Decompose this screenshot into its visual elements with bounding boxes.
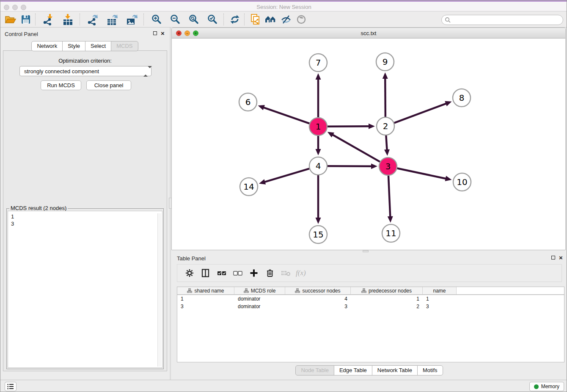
- table-row[interactable]: 3 dominator 3 2 3: [177, 304, 564, 310]
- mcds-result-item[interactable]: 1: [11, 213, 162, 220]
- open-session-icon[interactable]: [3, 13, 18, 26]
- function-builder-icon: f(x): [296, 269, 306, 277]
- graph-edge-arrowhead: [369, 124, 375, 129]
- column-header-name[interactable]: name: [423, 287, 457, 294]
- close-panel-button[interactable]: Close panel: [86, 80, 131, 90]
- vertical-splitter[interactable]: [170, 28, 171, 380]
- graph-edge-4-3[interactable]: [328, 166, 372, 166]
- column-header-predecessor-nodes[interactable]: predecessor nodes: [351, 287, 423, 294]
- hide-selected-icon[interactable]: [278, 13, 294, 26]
- graph-edge-3-10[interactable]: [397, 168, 446, 179]
- tab-motifs[interactable]: Motifs: [417, 365, 443, 375]
- tab-select[interactable]: Select: [85, 41, 111, 51]
- graph-edge-arrowhead: [259, 179, 266, 184]
- apply-layout-icon[interactable]: [227, 13, 242, 26]
- graph-edge-2-3[interactable]: [386, 135, 387, 150]
- search-input[interactable]: [453, 17, 563, 23]
- network-window-titlebar[interactable]: ✕ – + scc.txt: [172, 28, 565, 39]
- graph-edge-arrowhead: [388, 216, 393, 223]
- table-panel-tabs: Node Table Edge Table Network Table Moti…: [171, 365, 567, 375]
- column-header-shared-name[interactable]: shared name: [177, 287, 234, 294]
- tab-network-table[interactable]: Network Table: [372, 365, 418, 375]
- column-label: name: [433, 288, 446, 294]
- control-panel-float-icon[interactable]: [153, 31, 157, 35]
- add-column-icon[interactable]: [248, 268, 260, 279]
- zoom-selected-icon[interactable]: [203, 13, 222, 26]
- graph-edge-arrowhead: [384, 149, 390, 156]
- cell-shared-name[interactable]: 1: [177, 296, 234, 303]
- search-field[interactable]: [441, 15, 563, 25]
- network-window-title: scc.txt: [172, 30, 565, 36]
- table-panel-float-icon[interactable]: [551, 256, 555, 259]
- run-mcds-button[interactable]: Run MCDS: [41, 80, 81, 90]
- cell-predecessor-nodes[interactable]: 1: [351, 296, 423, 303]
- graph-edge-2-8[interactable]: [394, 104, 446, 123]
- column-tree-icon: [244, 288, 249, 293]
- memory-button[interactable]: Memory: [529, 382, 564, 391]
- column-tree-icon: [295, 288, 300, 293]
- graph-node-label: 6: [245, 97, 251, 107]
- column-header-successor-nodes[interactable]: successor nodes: [285, 287, 351, 294]
- show-columns-icon[interactable]: [199, 268, 212, 279]
- graph-edge-1-6[interactable]: [264, 108, 309, 124]
- cell-mcds-role[interactable]: dominator: [234, 304, 285, 310]
- show-all-networks-icon[interactable]: [263, 13, 278, 26]
- graph-edge-arrowhead: [258, 105, 265, 110]
- table-options-icon[interactable]: [183, 268, 196, 279]
- cell-successor-nodes[interactable]: 4: [285, 296, 351, 303]
- tab-node-table[interactable]: Node Table: [295, 365, 334, 375]
- memory-label: Memory: [541, 384, 559, 389]
- tab-edge-table[interactable]: Edge Table: [334, 365, 372, 375]
- zoom-out-icon[interactable]: [166, 13, 184, 26]
- graph-edge-3-1[interactable]: [333, 135, 380, 162]
- select-all-checkboxes-icon[interactable]: [215, 268, 228, 279]
- graph-node-label: 9: [383, 57, 388, 67]
- cell-name[interactable]: 3: [423, 304, 457, 310]
- main-toolbar: [0, 12, 567, 28]
- show-graphics-details-icon[interactable]: [294, 13, 309, 26]
- save-session-icon[interactable]: [18, 13, 33, 26]
- graph-edge-arrowhead: [316, 218, 321, 224]
- graph-edge-3-11[interactable]: [388, 176, 390, 217]
- delete-column-icon[interactable]: [264, 268, 276, 279]
- column-tree-icon: [361, 288, 366, 293]
- graph-node-label: 7: [316, 58, 321, 68]
- clear-all-checkboxes-icon[interactable]: [231, 268, 244, 279]
- graph-edge-4-14[interactable]: [264, 168, 309, 182]
- export-image-icon[interactable]: [122, 13, 142, 26]
- cell-successor-nodes[interactable]: 3: [285, 304, 351, 310]
- cell-name[interactable]: 1: [423, 296, 457, 303]
- new-network-from-selection-icon[interactable]: [248, 13, 263, 26]
- graph-edge-2-9[interactable]: [385, 78, 385, 117]
- column-header-mcds-role[interactable]: MCDS role: [234, 287, 285, 294]
- graph-edge-arrowhead: [316, 73, 321, 80]
- horizontal-splitter-grip[interactable]: [363, 250, 369, 252]
- criterion-dropdown[interactable]: strongly connected component: [19, 66, 151, 76]
- export-network-icon[interactable]: [83, 13, 103, 26]
- export-table-icon[interactable]: [103, 13, 122, 26]
- control-panel: Control Panel × Network Style Select MCD…: [0, 28, 170, 373]
- delete-table-icon: [280, 268, 292, 279]
- cell-mcds-role[interactable]: dominator: [234, 296, 285, 303]
- table-panel-close-icon[interactable]: ×: [559, 256, 563, 260]
- network-graph[interactable]: 7968124314101511: [172, 39, 565, 250]
- table-row[interactable]: 1 dominator 4 1 1: [177, 296, 564, 303]
- import-table-icon[interactable]: [58, 13, 78, 26]
- cell-shared-name[interactable]: 3: [177, 304, 234, 310]
- zoom-fit-icon[interactable]: [184, 13, 203, 26]
- import-network-icon[interactable]: [39, 13, 58, 26]
- mcds-result-list[interactable]: 1 3: [8, 211, 162, 368]
- control-panel-close-icon[interactable]: ×: [161, 31, 165, 36]
- tab-style[interactable]: Style: [62, 41, 85, 51]
- mcds-result-title: MCDS result (2 nodes): [9, 205, 68, 211]
- mcds-result-item[interactable]: 3: [11, 220, 162, 227]
- mcds-panel: Optimization criterion: strongly connect…: [3, 50, 167, 371]
- graph-edge-1-2[interactable]: [328, 126, 369, 127]
- result-scrollbar[interactable]: [157, 213, 161, 367]
- tab-network[interactable]: Network: [31, 41, 63, 51]
- cell-predecessor-nodes[interactable]: 2: [351, 304, 423, 310]
- network-canvas[interactable]: 7968124314101511: [172, 39, 565, 250]
- zoom-in-icon[interactable]: [147, 13, 166, 26]
- task-history-button[interactable]: [5, 382, 17, 391]
- tab-mcds[interactable]: MCDS: [111, 41, 138, 51]
